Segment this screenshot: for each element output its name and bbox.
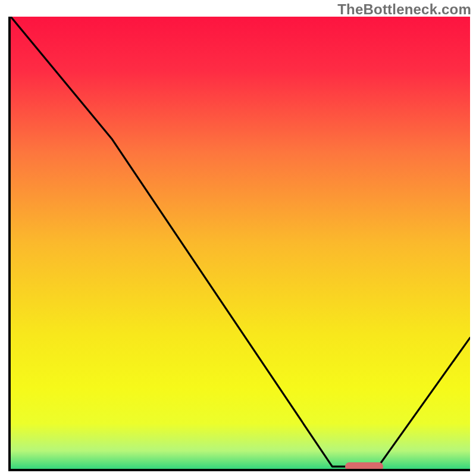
plot-area bbox=[8, 17, 470, 471]
bottleneck-curve bbox=[11, 17, 470, 469]
watermark-label: TheBottleneck.com bbox=[337, 1, 471, 18]
optimal-marker bbox=[345, 462, 383, 471]
chart-container: TheBottleneck.com bbox=[0, 0, 476, 476]
